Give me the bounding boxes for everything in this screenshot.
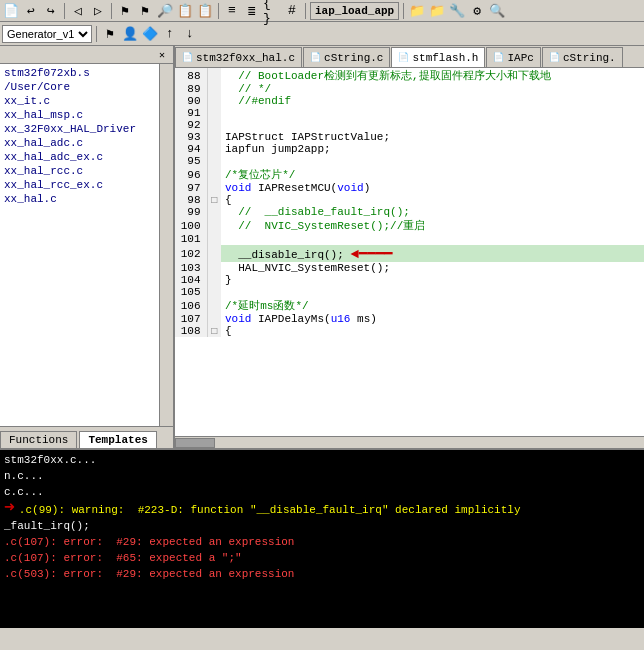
icon-bookmark2[interactable]: ⚑ <box>136 2 154 20</box>
left-panel-item[interactable]: xx_hal_rcc_ex.c <box>0 178 159 192</box>
line-code <box>221 286 644 298</box>
left-panel-item[interactable]: xx_hal_adc.c <box>0 136 159 150</box>
output-line: n.c... <box>4 468 640 484</box>
table-row: 97void IAPResetMCU(void) <box>175 182 644 194</box>
icon-r5[interactable]: ↓ <box>181 25 199 43</box>
table-row: 99 // __disable_fault_irq(); <box>175 206 644 218</box>
left-scrollbar[interactable] <box>159 64 173 426</box>
left-panel-item[interactable]: xx_hal_adc_ex.c <box>0 150 159 164</box>
line-number: 104 <box>175 274 207 286</box>
toolbar-row1: 📄 ↩ ↪ ◁ ▷ ⚑ ⚑ 🔎 📋 📋 ≡ ≣ { } # iap_load_a… <box>0 0 644 22</box>
icon-undo[interactable]: ↩ <box>22 2 40 20</box>
generator-select[interactable]: Generator_v1 <box>2 25 92 43</box>
separator3 <box>218 3 219 19</box>
icon-hash[interactable]: # <box>283 2 301 20</box>
left-panel-item[interactable]: xx_hal.c <box>0 192 159 206</box>
icon-t5[interactable]: 🔍 <box>488 2 506 20</box>
line-number: 103 <box>175 262 207 274</box>
line-number: 99 <box>175 206 207 218</box>
file-tab-icon: 📄 <box>310 52 321 63</box>
line-expand <box>207 274 221 286</box>
output-line: _fault_irq(); <box>4 518 640 534</box>
icon-t4[interactable]: ⚙ <box>468 2 486 20</box>
line-number: 101 <box>175 233 207 245</box>
table-row: 108□{ <box>175 325 644 337</box>
line-code <box>221 119 644 131</box>
line-code: IAPStruct IAPStructValue; <box>221 131 644 143</box>
line-code <box>221 233 644 245</box>
file-tab[interactable]: 📄cString. <box>542 47 623 67</box>
line-expand <box>207 298 221 313</box>
line-code: // __disable_fault_irq(); <box>221 206 644 218</box>
icon-ref[interactable]: 📋 <box>176 2 194 20</box>
line-number: 90 <box>175 95 207 107</box>
line-code: //#endif <box>221 95 644 107</box>
file-tab-label: cString.c <box>324 52 383 64</box>
icon-align[interactable]: ≡ <box>223 2 241 20</box>
file-tab[interactable]: 📄stmflash.h <box>391 47 485 67</box>
scroll-thumb[interactable] <box>175 438 215 448</box>
line-expand[interactable]: □ <box>207 325 221 337</box>
line-code: /*复位芯片*/ <box>221 167 644 182</box>
file-tab-label: IAPc <box>507 52 533 64</box>
icon-t1[interactable]: 📁 <box>408 2 426 20</box>
table-row: 102 __disable_irq(); ◄━━━━ <box>175 245 644 262</box>
line-expand <box>207 119 221 131</box>
line-expand <box>207 262 221 274</box>
table-row: 101 <box>175 233 644 245</box>
left-panel-item[interactable]: xx_it.c <box>0 94 159 108</box>
icon-code[interactable]: { } <box>263 2 281 20</box>
output-line: .c(107): error: #29: expected an express… <box>4 534 640 550</box>
icon-bookmark[interactable]: ⚑ <box>116 2 134 20</box>
left-panel-item[interactable]: /User/Core <box>0 80 159 94</box>
line-number: 98 <box>175 194 207 206</box>
app-title: iap_load_app <box>310 2 399 20</box>
main-layout: ✕ stm32f072xb.s/User/Corexx_it.cxx_hal_m… <box>0 46 644 628</box>
icon-t2[interactable]: 📁 <box>428 2 446 20</box>
separator6 <box>96 26 97 42</box>
line-number: 92 <box>175 119 207 131</box>
separator5 <box>403 3 404 19</box>
line-code <box>221 107 644 119</box>
tab-functions-label: Functions <box>9 434 68 446</box>
line-expand[interactable]: □ <box>207 194 221 206</box>
file-tab-label: cString. <box>563 52 616 64</box>
icon-forward[interactable]: ▷ <box>89 2 107 20</box>
file-tab[interactable]: 📄cString.c <box>303 47 390 67</box>
file-tab-icon: 📄 <box>398 52 409 63</box>
app-title-text: iap_load_app <box>315 5 394 17</box>
output-line: stm32f0xx.c... <box>4 452 640 468</box>
left-panel-tree: stm32f072xb.s/User/Corexx_it.cxx_hal_msp… <box>0 64 159 426</box>
line-expand <box>207 206 221 218</box>
icon-file[interactable]: 📄 <box>2 2 20 20</box>
icon-r2[interactable]: 👤 <box>121 25 139 43</box>
line-expand <box>207 167 221 182</box>
tab-functions[interactable]: Functions <box>0 431 77 448</box>
file-tab[interactable]: 📄IAPc <box>486 47 540 67</box>
line-number: 96 <box>175 167 207 182</box>
icon-back[interactable]: ◁ <box>69 2 87 20</box>
left-panel-item[interactable]: xx_hal_rcc.c <box>0 164 159 178</box>
left-panel-item[interactable]: stm32f072xb.s <box>0 66 159 80</box>
output-panel: stm32f0xx.c...n.c...c.c...➜.c(99): warni… <box>0 448 644 628</box>
table-row: 106/*延时ms函数*/ <box>175 298 644 313</box>
output-line: .c(107): error: #65: expected a ";" <box>4 550 640 566</box>
table-row: 95 <box>175 155 644 167</box>
icon-search[interactable]: 🔎 <box>156 2 174 20</box>
left-panel-close[interactable]: ✕ <box>155 48 169 62</box>
icon-r1[interactable]: ⚑ <box>101 25 119 43</box>
icon-align2[interactable]: ≣ <box>243 2 261 20</box>
file-tab[interactable]: 📄stm32f0xx_hal.c <box>175 47 302 67</box>
tab-templates-label: Templates <box>88 434 147 446</box>
left-panel-tabs: Functions Templates <box>0 426 173 448</box>
left-panel-item[interactable]: xx_hal_msp.c <box>0 108 159 122</box>
code-editor[interactable]: 88 // BootLoader检测到有更新标志,提取固件程序大小和下载地89 … <box>175 68 644 436</box>
code-scrollbar[interactable] <box>175 436 644 448</box>
tab-templates[interactable]: Templates <box>79 431 156 448</box>
icon-r3[interactable]: 🔷 <box>141 25 159 43</box>
icon-t3[interactable]: 🔧 <box>448 2 466 20</box>
icon-ref2[interactable]: 📋 <box>196 2 214 20</box>
left-panel-item[interactable]: xx_32F0xx_HAL_Driver <box>0 122 159 136</box>
icon-redo[interactable]: ↪ <box>42 2 60 20</box>
icon-r4[interactable]: ↑ <box>161 25 179 43</box>
